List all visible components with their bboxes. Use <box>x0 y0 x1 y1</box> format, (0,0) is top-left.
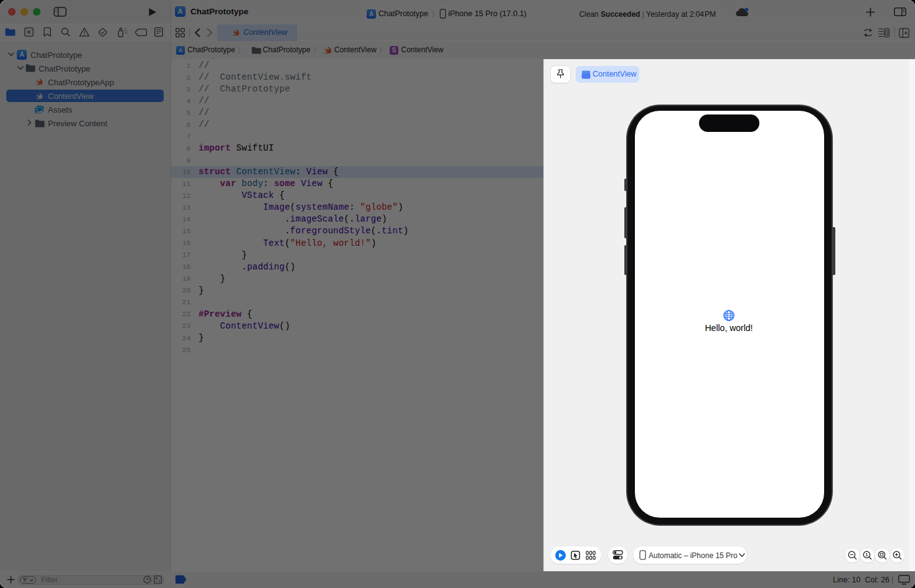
svg-text:1: 1 <box>865 552 868 558</box>
